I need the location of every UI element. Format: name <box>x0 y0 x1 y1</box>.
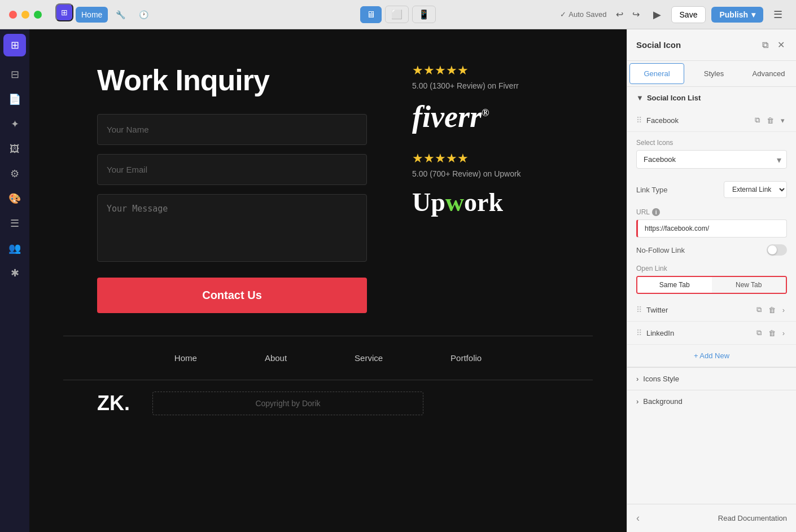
twitter-drag-handle[interactable]: ⠿ <box>636 305 642 314</box>
link-type-dropdown[interactable]: External Link <box>724 181 787 198</box>
sidebar-users-icon[interactable]: 👥 <box>3 237 26 260</box>
home-tab[interactable]: Home <box>76 7 108 23</box>
fiverr-stars: ★★★★★ <box>412 63 581 78</box>
add-new-button[interactable]: + Add New <box>627 345 796 367</box>
autosaved-status: ✓ Auto Saved <box>560 10 606 19</box>
url-input[interactable] <box>636 219 787 238</box>
publish-button[interactable]: Publish ▾ <box>711 7 763 23</box>
footer-nav-service[interactable]: Service <box>355 353 383 363</box>
redo-button[interactable]: ↪ <box>629 7 643 22</box>
sidebar-plugins-icon[interactable]: ✱ <box>3 262 26 284</box>
message-input[interactable] <box>97 194 367 262</box>
message-field-group <box>97 194 367 264</box>
tab-advanced[interactable]: Advanced <box>741 61 796 86</box>
icons-style-section: › Icons Style <box>627 367 796 390</box>
right-column: ★★★★★ 5.00 (1300+ Review) on Fiverr five… <box>412 63 581 313</box>
footer-bottom: ZK. Copyright by Dorik <box>29 380 627 427</box>
open-link-section: Open Link Same Tab New Tab <box>627 260 796 298</box>
same-tab-btn[interactable]: Same Tab <box>637 277 712 293</box>
app-grid-icon[interactable]: ⊞ <box>55 3 73 21</box>
name-input[interactable] <box>97 114 367 145</box>
copyright-box: Copyright by Dorik <box>152 392 423 415</box>
background-header[interactable]: › Background <box>627 390 796 412</box>
email-input[interactable] <box>97 154 367 185</box>
twitter-expand-btn[interactable]: › <box>780 304 787 315</box>
footer-nav-portfolio[interactable]: Portfolio <box>451 353 482 363</box>
maximize-button[interactable] <box>34 11 42 19</box>
open-link-label: Open Link <box>636 265 787 272</box>
twitter-social-item: ⠿ Twitter ⧉ 🗑 › <box>627 298 796 322</box>
left-sidebar: ⊞ ⊟ 📄 ✦ 🖼 ⚙ 🎨 ☰ 👥 ✱ <box>0 29 29 532</box>
panel-header-actions: ⧉ ✕ <box>760 38 787 51</box>
select-icons-wrapper: Facebook ▾ <box>636 150 787 169</box>
read-docs-link[interactable]: Read Documentation <box>718 514 787 522</box>
icons-style-header[interactable]: › Icons Style <box>627 368 796 390</box>
linkedin-drag-handle[interactable]: ⠿ <box>636 328 642 337</box>
select-icons-label: Select Icons <box>636 139 787 147</box>
tab-styles[interactable]: Styles <box>686 61 741 86</box>
panel-footer-back-icon[interactable]: ‹ <box>636 512 640 524</box>
linkedin-copy-btn[interactable]: ⧉ <box>754 327 764 338</box>
linkedin-delete-btn[interactable]: 🗑 <box>766 327 778 338</box>
no-follow-toggle[interactable] <box>767 244 787 256</box>
tablet-view-btn[interactable]: ⬜ <box>385 6 409 23</box>
linkedin-expand-btn[interactable]: › <box>780 327 787 338</box>
panel-body: ▼ Social Icon List ⠿ Facebook ⧉ 🗑 ▾ Sele… <box>627 87 796 504</box>
icons-style-label: Icons Style <box>643 375 679 383</box>
desktop-view-btn[interactable]: 🖥 <box>360 6 382 23</box>
upwork-rating: 5.00 (700+ Review) on Upwork <box>412 169 581 178</box>
sidebar-theme-icon[interactable]: 🎨 <box>3 187 26 210</box>
sidebar-elements-icon[interactable]: ✦ <box>3 113 26 135</box>
footer-nav-home[interactable]: Home <box>174 353 197 363</box>
name-field-group <box>97 114 367 145</box>
page-section: Work Inquiry Contact Us <box>29 29 627 336</box>
hamburger-menu[interactable]: ☰ <box>769 6 787 23</box>
titlebar: ⊞ Home 🔧 🕐 🖥 ⬜ 📱 ✓ Auto Saved ↩ ↪ ▶ Save… <box>0 0 796 29</box>
save-button[interactable]: Save <box>671 6 706 23</box>
page-title: Work Inquiry <box>97 63 367 97</box>
open-link-buttons: Same Tab New Tab <box>636 276 787 294</box>
sidebar-pages-icon[interactable]: 📄 <box>3 88 26 111</box>
collapse-icon: ▼ <box>636 94 644 102</box>
sidebar-grid-icon[interactable]: ⊞ <box>3 34 26 56</box>
sidebar-layers-icon[interactable]: ⊟ <box>3 63 26 86</box>
select-icons-dropdown[interactable]: Facebook <box>636 150 787 169</box>
left-column: Work Inquiry Contact Us <box>97 63 367 313</box>
preview-button[interactable]: ▶ <box>649 6 666 23</box>
social-icon-list-header[interactable]: ▼ Social Icon List <box>627 87 796 109</box>
footer-nav-about[interactable]: About <box>265 353 287 363</box>
panel-close-icon[interactable]: ✕ <box>775 38 787 51</box>
background-label: Background <box>643 397 682 406</box>
twitter-copy-btn[interactable]: ⧉ <box>754 304 764 315</box>
toolbar-left: ⊞ Home 🔧 🕐 <box>55 3 154 26</box>
contact-us-button[interactable]: Contact Us <box>97 278 367 313</box>
wrench-icon[interactable]: 🔧 <box>110 7 131 23</box>
toolbar-right: ✓ Auto Saved ↩ ↪ ▶ Save Publish ▾ ☰ <box>560 6 787 23</box>
close-button[interactable] <box>9 11 17 19</box>
window-controls <box>9 11 42 19</box>
facebook-social-item: ⠿ Facebook ⧉ 🗑 ▾ <box>627 109 796 132</box>
facebook-delete-btn[interactable]: 🗑 <box>764 115 776 126</box>
facebook-drag-handle[interactable]: ⠿ <box>636 116 642 125</box>
twitter-label: Twitter <box>646 306 668 314</box>
facebook-collapse-btn[interactable]: ▾ <box>778 115 787 126</box>
link-type-label: Link Type <box>636 186 724 194</box>
undo-button[interactable]: ↩ <box>613 7 627 22</box>
canvas-area: Work Inquiry Contact Us <box>29 29 627 532</box>
history-icon[interactable]: 🕐 <box>133 7 154 23</box>
facebook-copy-btn[interactable]: ⧉ <box>753 115 762 126</box>
panel-title: Social Icon <box>636 40 681 50</box>
main-layout: ⊞ ⊟ 📄 ✦ 🖼 ⚙ 🎨 ☰ 👥 ✱ Work Inquiry <box>0 29 796 532</box>
sidebar-data-icon[interactable]: ☰ <box>3 212 26 235</box>
home-tab-label: Home <box>81 10 102 19</box>
sidebar-settings-icon[interactable]: ⚙ <box>3 162 26 185</box>
panel-copy-icon[interactable]: ⧉ <box>760 38 771 51</box>
twitter-delete-btn[interactable]: 🗑 <box>766 304 778 315</box>
mobile-view-btn[interactable]: 📱 <box>412 6 436 23</box>
tab-general[interactable]: General <box>629 63 684 84</box>
upwork-block: ★★★★★ 5.00 (700+ Review) on Upwork Upwor… <box>412 151 581 217</box>
sidebar-media-icon[interactable]: 🖼 <box>3 138 26 160</box>
minimize-button[interactable] <box>21 11 29 19</box>
new-tab-btn[interactable]: New Tab <box>712 277 786 293</box>
footer-logo: ZK. <box>97 392 130 415</box>
